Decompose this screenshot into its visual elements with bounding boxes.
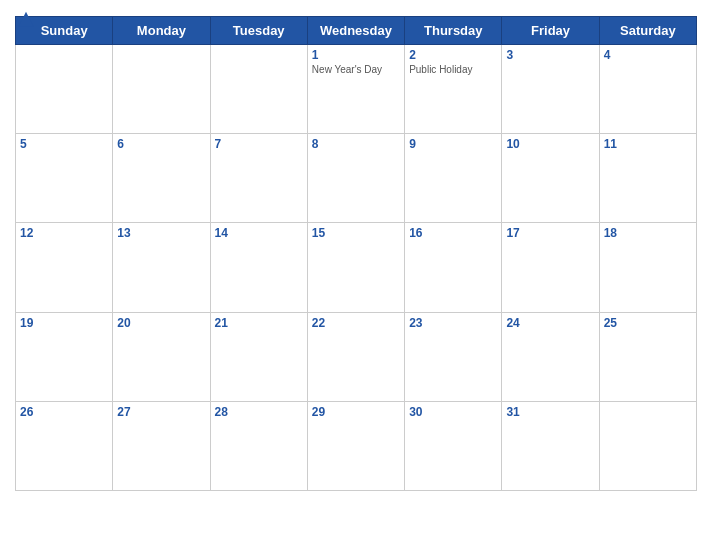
day-cell: 26 [16,401,113,490]
day-number: 15 [312,226,400,240]
logo-area [15,10,35,28]
day-cell: 2Public Holiday [405,45,502,134]
day-number: 16 [409,226,497,240]
day-cell: 7 [210,134,307,223]
day-number: 10 [506,137,594,151]
day-cell [599,401,696,490]
calendar-body: 1New Year's Day2Public Holiday3456789101… [16,45,697,491]
day-number: 13 [117,226,205,240]
day-cell: 29 [307,401,404,490]
day-number: 23 [409,316,497,330]
day-number: 1 [312,48,400,62]
day-cell: 31 [502,401,599,490]
week-row-5: 262728293031 [16,401,697,490]
day-event: Public Holiday [409,64,497,75]
day-number: 11 [604,137,692,151]
day-cell [210,45,307,134]
day-number: 18 [604,226,692,240]
calendar-wrapper: SundayMondayTuesdayWednesdayThursdayFrid… [0,0,712,550]
day-cell: 15 [307,223,404,312]
weekday-header-saturday: Saturday [599,17,696,45]
day-cell: 18 [599,223,696,312]
day-cell: 27 [113,401,210,490]
day-number: 4 [604,48,692,62]
day-number: 14 [215,226,303,240]
day-cell: 1New Year's Day [307,45,404,134]
day-number: 8 [312,137,400,151]
day-number: 30 [409,405,497,419]
day-cell: 12 [16,223,113,312]
week-row-4: 19202122232425 [16,312,697,401]
day-number: 22 [312,316,400,330]
day-cell: 20 [113,312,210,401]
weekday-header-row: SundayMondayTuesdayWednesdayThursdayFrid… [16,17,697,45]
day-cell: 13 [113,223,210,312]
day-cell: 19 [16,312,113,401]
day-cell: 25 [599,312,696,401]
day-cell [113,45,210,134]
calendar-thead: SundayMondayTuesdayWednesdayThursdayFrid… [16,17,697,45]
day-cell: 23 [405,312,502,401]
day-cell: 14 [210,223,307,312]
day-cell: 30 [405,401,502,490]
week-row-2: 567891011 [16,134,697,223]
day-number: 20 [117,316,205,330]
weekday-header-friday: Friday [502,17,599,45]
day-number: 31 [506,405,594,419]
day-cell: 11 [599,134,696,223]
day-cell: 17 [502,223,599,312]
day-cell: 28 [210,401,307,490]
day-number: 29 [312,405,400,419]
day-number: 28 [215,405,303,419]
day-number: 26 [20,405,108,419]
day-number: 12 [20,226,108,240]
day-cell: 21 [210,312,307,401]
day-cell: 9 [405,134,502,223]
day-cell: 24 [502,312,599,401]
weekday-header-wednesday: Wednesday [307,17,404,45]
day-cell: 4 [599,45,696,134]
day-number: 9 [409,137,497,151]
day-number: 27 [117,405,205,419]
day-number: 3 [506,48,594,62]
day-number: 2 [409,48,497,62]
day-number: 6 [117,137,205,151]
logo-icon [17,10,35,28]
week-row-3: 12131415161718 [16,223,697,312]
day-cell [16,45,113,134]
day-number: 25 [604,316,692,330]
day-number: 21 [215,316,303,330]
day-cell: 3 [502,45,599,134]
day-cell: 5 [16,134,113,223]
day-cell: 22 [307,312,404,401]
day-number: 5 [20,137,108,151]
day-cell: 10 [502,134,599,223]
svg-marker-0 [19,12,33,26]
day-cell: 6 [113,134,210,223]
day-number: 19 [20,316,108,330]
day-cell: 16 [405,223,502,312]
calendar-table: SundayMondayTuesdayWednesdayThursdayFrid… [15,16,697,491]
day-number: 17 [506,226,594,240]
day-event: New Year's Day [312,64,400,75]
day-number: 24 [506,316,594,330]
day-number: 7 [215,137,303,151]
day-cell: 8 [307,134,404,223]
weekday-header-thursday: Thursday [405,17,502,45]
week-row-1: 1New Year's Day2Public Holiday34 [16,45,697,134]
weekday-header-tuesday: Tuesday [210,17,307,45]
weekday-header-monday: Monday [113,17,210,45]
